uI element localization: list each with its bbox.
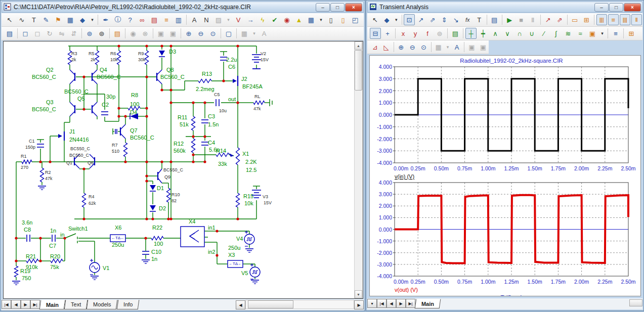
plus-mark-button[interactable]: ⊞ bbox=[581, 14, 592, 25]
ruler-button[interactable]: ▭ bbox=[570, 14, 580, 25]
last-page-button[interactable]: ▶| bbox=[406, 299, 415, 308]
view-area-button[interactable]: ◺ bbox=[381, 41, 391, 53]
scroll-right-button[interactable]: ▶ bbox=[354, 300, 364, 309]
restore-limit-scales-button[interactable]: ⊿ bbox=[370, 41, 380, 53]
show-node-voltages-button[interactable]: V bbox=[233, 14, 244, 25]
minimize-button[interactable]: – bbox=[316, 3, 330, 12]
scroll-down-button[interactable]: ▼ bbox=[355, 290, 362, 298]
help-mode-button[interactable]: ? bbox=[124, 14, 136, 25]
tokens-button[interactable]: ⇗ bbox=[554, 14, 565, 25]
cursor-functions-button[interactable]: ▣ bbox=[587, 28, 598, 39]
close-button[interactable]: × bbox=[624, 3, 641, 12]
properties-button[interactable]: ▤ bbox=[489, 14, 500, 25]
run-button[interactable]: ▶ bbox=[504, 14, 515, 25]
analysis-titlebar[interactable]: Transient Analysis – □ × bbox=[367, 2, 642, 13]
show-node-numbers-button[interactable]: N bbox=[201, 14, 212, 25]
scale-mode-button[interactable]: ⊡ bbox=[404, 14, 414, 25]
vertical-scrollbar-thumb[interactable] bbox=[355, 50, 362, 91]
baseline-button[interactable]: ‖ bbox=[631, 14, 642, 25]
zoom-out-button[interactable]: ⊖ bbox=[407, 41, 417, 53]
new-page-button[interactable]: ▯ bbox=[325, 14, 336, 25]
point-tag-mode-button[interactable]: ⇗ bbox=[427, 14, 438, 25]
horizontal-scrollbar-thumb[interactable] bbox=[248, 300, 293, 308]
zoom-scale-button[interactable]: ⊙ bbox=[207, 28, 219, 39]
single-plot-button[interactable]: ⊟ bbox=[370, 28, 381, 39]
select-mode-button[interactable]: ↖ bbox=[370, 14, 380, 25]
normalize-button[interactable]: ≡ bbox=[610, 28, 621, 39]
text-mode-button[interactable]: T bbox=[474, 14, 485, 25]
first-page-button[interactable]: |◀ bbox=[377, 299, 387, 308]
add-page-button[interactable]: ▯ bbox=[337, 14, 349, 25]
show-grid-button[interactable]: ▦ bbox=[306, 14, 317, 25]
tab-main[interactable]: Main bbox=[39, 300, 66, 309]
font-button[interactable]: A bbox=[259, 28, 270, 39]
properties-button[interactable]: ▤ bbox=[4, 28, 15, 39]
scroll-up-button[interactable]: ▲ bbox=[355, 41, 362, 50]
slope-button[interactable]: ∕ bbox=[538, 28, 549, 39]
horizontal-tag-mode-button[interactable]: ↘ bbox=[451, 14, 461, 25]
grid-dropdown-button[interactable]: ▾ bbox=[318, 14, 324, 25]
minor-log-grids-button[interactable]: ||| bbox=[620, 14, 630, 25]
font-button[interactable]: A bbox=[452, 41, 462, 53]
scroll-left-button[interactable]: ◀ bbox=[236, 300, 245, 309]
schematic-titlebar[interactable]: C:\MC11\DATA\Petrov\RIAA\Petrov_RL1992-0… bbox=[2, 2, 364, 13]
notes-button[interactable]: ▤ bbox=[112, 28, 123, 39]
global-high-button[interactable]: ≋ bbox=[563, 28, 574, 39]
close-button[interactable]: × bbox=[345, 3, 362, 12]
low-button[interactable]: ∪ bbox=[526, 28, 537, 39]
show-pin-connections-button[interactable]: ◉ bbox=[281, 14, 292, 25]
inflection-button[interactable]: ∫ bbox=[550, 28, 562, 39]
valley-button[interactable]: ∨ bbox=[502, 28, 513, 39]
zoom-scale-button[interactable]: ⊙ bbox=[418, 41, 428, 53]
minimize-button[interactable]: – bbox=[594, 3, 609, 12]
show-attribute-text-button[interactable]: A bbox=[189, 14, 200, 25]
text-mode-button[interactable]: T bbox=[28, 14, 39, 25]
tile-windows-button[interactable]: ▦ bbox=[434, 41, 444, 53]
shape-picker-button[interactable]: ◆ bbox=[77, 14, 88, 25]
edit-document-button[interactable]: ▤ bbox=[149, 14, 160, 25]
schematic-vertical-scrollbar[interactable]: ▲ ▼ bbox=[354, 41, 363, 298]
page-image-button[interactable]: ▢ bbox=[223, 28, 234, 39]
horizontal-scrollbar-thumb[interactable] bbox=[629, 299, 642, 306]
x-scale-button[interactable]: x bbox=[398, 28, 409, 39]
maximize-button[interactable]: □ bbox=[609, 3, 623, 12]
tab-models[interactable]: Models bbox=[87, 300, 118, 309]
global-low-button[interactable]: ≈ bbox=[575, 28, 586, 39]
line-mode-button[interactable]: ✎ bbox=[40, 14, 52, 25]
y-scale-button[interactable]: y bbox=[410, 28, 421, 39]
show-warnings-button[interactable]: ▲ bbox=[293, 14, 305, 25]
go-to-x-button[interactable]: ┼ bbox=[465, 28, 477, 39]
schematic-horizontal-scrollbar[interactable]: ◀ ▶ bbox=[236, 300, 364, 309]
horizontal-axis-grids-button[interactable]: ||| bbox=[596, 14, 607, 25]
high-button[interactable]: ∩ bbox=[514, 28, 525, 39]
show-power-button[interactable]: ϟ bbox=[257, 14, 268, 25]
prev-page-button[interactable]: ◀ bbox=[387, 299, 396, 308]
component-mode-button[interactable]: ▦ bbox=[65, 14, 76, 25]
tab-info[interactable]: Info bbox=[116, 300, 139, 309]
performance-tag-mode-button[interactable]: fx bbox=[462, 14, 473, 25]
show-conditions-button[interactable]: ✔ bbox=[269, 14, 280, 25]
zoom-out-button[interactable]: ⊖ bbox=[195, 28, 206, 39]
flag-mode-button[interactable]: ⚑ bbox=[53, 14, 64, 25]
data-points-button[interactable]: ↗ bbox=[543, 14, 553, 25]
tile-dropdown-button[interactable]: ▾ bbox=[445, 41, 451, 53]
vertical-axis-grids-button[interactable]: ≡ bbox=[608, 14, 619, 25]
show-currents-button[interactable]: → bbox=[245, 14, 256, 25]
model-list-button[interactable]: ≡ bbox=[161, 14, 172, 25]
go-to-y-button[interactable]: ┿ bbox=[478, 28, 489, 39]
tile-windows-button[interactable]: ▦ bbox=[239, 28, 250, 39]
link-mode-button[interactable]: ∞ bbox=[137, 14, 148, 25]
fx-scale-button[interactable]: f bbox=[422, 28, 433, 39]
next-page-button[interactable]: ▶ bbox=[21, 300, 30, 309]
curve-edit-button[interactable]: ▤ bbox=[450, 28, 461, 39]
numeric-output-button[interactable]: ⊞ bbox=[626, 28, 637, 39]
crosshair-cursor-button[interactable]: + bbox=[382, 28, 393, 39]
select-all-button[interactable]: ◻ bbox=[20, 28, 31, 39]
zoom-in-button[interactable]: ⊕ bbox=[183, 28, 194, 39]
pen-tool-button[interactable]: ✒ bbox=[100, 14, 111, 25]
tab-main[interactable]: Main bbox=[415, 299, 441, 308]
schematic-canvas[interactable]: R32kR52kR610kR930kD3Q2BC560_CQ4BC560_CQ8… bbox=[3, 41, 363, 299]
plot-panel[interactable]: 4.0003.0002.0001.0000.000-1.000-2.000-3.… bbox=[369, 55, 641, 296]
cursor-dropdown-button[interactable]: ▾ bbox=[599, 28, 606, 39]
shape-dropdown-button[interactable]: ▾ bbox=[89, 14, 96, 25]
